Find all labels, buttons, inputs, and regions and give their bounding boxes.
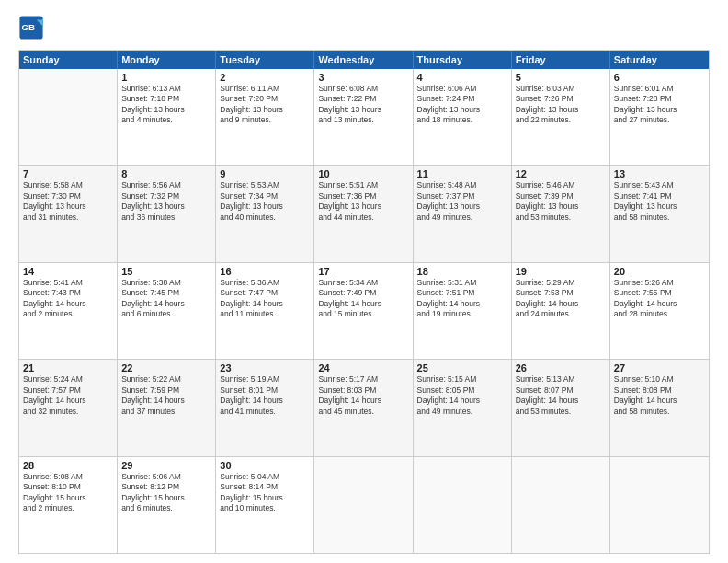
cell-line: and 49 minutes. <box>417 213 507 223</box>
cell-line: Sunrise: 5:04 AM <box>220 472 310 482</box>
day-cell-22: 22Sunrise: 5:22 AMSunset: 7:59 PMDayligh… <box>118 360 216 455</box>
cell-line: Sunrise: 6:11 AM <box>220 84 310 94</box>
weekday-header-saturday: Saturday <box>610 51 709 69</box>
cell-line: Sunrise: 5:22 AM <box>121 374 211 385</box>
cell-line: Sunrise: 6:08 AM <box>318 84 408 94</box>
svg-text:GB: GB <box>22 22 36 32</box>
day-cell-17: 17Sunrise: 5:34 AMSunset: 7:49 PMDayligh… <box>314 263 413 359</box>
cell-line: and 58 minutes. <box>614 407 705 417</box>
weekday-header-monday: Monday <box>118 51 216 69</box>
cell-line: and 53 minutes. <box>516 213 606 223</box>
cell-line: Daylight: 15 hours <box>220 493 310 503</box>
cell-line: Sunrise: 5:13 AM <box>516 374 606 385</box>
cell-line: and 53 minutes. <box>516 407 606 417</box>
cell-line: and 11 minutes. <box>220 309 310 319</box>
cell-line: Sunrise: 5:08 AM <box>23 472 113 482</box>
day-cell-16: 16Sunrise: 5:36 AMSunset: 7:47 PMDayligh… <box>216 263 314 359</box>
cell-line: Sunrise: 5:15 AM <box>417 374 507 385</box>
day-number: 21 <box>23 362 113 373</box>
cell-line: Daylight: 14 hours <box>23 299 113 309</box>
cell-line: Sunrise: 5:36 AM <box>220 278 310 288</box>
cell-line: Sunset: 7:32 PM <box>121 191 211 201</box>
cell-line: Sunset: 7:47 PM <box>220 288 310 298</box>
cell-line: Sunset: 8:10 PM <box>23 482 113 492</box>
logo: GB <box>18 15 48 40</box>
cell-line: Sunset: 7:39 PM <box>516 191 606 201</box>
cell-line: Sunset: 8:12 PM <box>121 482 211 492</box>
day-number: 24 <box>318 362 408 373</box>
cell-line: Sunset: 7:49 PM <box>318 288 408 298</box>
empty-cell-4-4 <box>414 457 512 553</box>
cell-line: Sunset: 7:55 PM <box>614 288 705 298</box>
empty-cell-4-5 <box>512 457 610 553</box>
cell-line: Sunset: 8:05 PM <box>417 385 507 396</box>
day-cell-19: 19Sunrise: 5:29 AMSunset: 7:53 PMDayligh… <box>512 263 610 359</box>
cell-line: Daylight: 13 hours <box>417 105 507 115</box>
cell-line: Sunset: 7:20 PM <box>220 94 310 104</box>
cell-line: Sunrise: 5:34 AM <box>318 278 408 288</box>
cell-line: Sunrise: 5:24 AM <box>23 374 113 385</box>
cell-line: Sunrise: 5:29 AM <box>516 278 606 288</box>
day-number: 10 <box>318 168 408 179</box>
cell-line: Sunrise: 5:19 AM <box>220 374 310 385</box>
cell-line: Daylight: 14 hours <box>318 396 408 406</box>
cell-line: Sunrise: 5:26 AM <box>614 278 705 288</box>
cell-line: Daylight: 13 hours <box>220 105 310 115</box>
day-cell-15: 15Sunrise: 5:38 AMSunset: 7:45 PMDayligh… <box>118 263 216 359</box>
day-number: 18 <box>417 266 507 277</box>
day-cell-30: 30Sunrise: 5:04 AMSunset: 8:14 PMDayligh… <box>216 457 314 553</box>
calendar-header: SundayMondayTuesdayWednesdayThursdayFrid… <box>19 51 709 69</box>
weekday-header-wednesday: Wednesday <box>314 51 413 69</box>
day-cell-9: 9Sunrise: 5:53 AMSunset: 7:34 PMDaylight… <box>216 166 314 261</box>
cell-line: Daylight: 13 hours <box>121 105 211 115</box>
calendar-row-0: 1Sunrise: 6:13 AMSunset: 7:18 PMDaylight… <box>19 69 709 166</box>
cell-line: Daylight: 13 hours <box>318 105 408 115</box>
cell-line: and 18 minutes. <box>417 115 507 125</box>
cell-line: and 15 minutes. <box>318 309 408 319</box>
cell-line: Sunset: 7:51 PM <box>417 288 507 298</box>
day-cell-26: 26Sunrise: 5:13 AMSunset: 8:07 PMDayligh… <box>512 360 610 455</box>
day-cell-12: 12Sunrise: 5:46 AMSunset: 7:39 PMDayligh… <box>512 166 610 261</box>
calendar-row-1: 7Sunrise: 5:58 AMSunset: 7:30 PMDaylight… <box>19 166 709 262</box>
day-number: 28 <box>23 460 113 471</box>
day-cell-24: 24Sunrise: 5:17 AMSunset: 8:03 PMDayligh… <box>314 360 413 455</box>
cell-line: Sunrise: 6:06 AM <box>417 84 507 94</box>
day-number: 2 <box>220 72 310 83</box>
cell-line: Sunrise: 5:56 AM <box>121 180 211 190</box>
day-number: 11 <box>417 168 507 179</box>
cell-line: Sunset: 8:14 PM <box>220 482 310 492</box>
cell-line: Sunset: 7:22 PM <box>318 94 408 104</box>
cell-line: and 19 minutes. <box>417 309 507 319</box>
calendar-row-2: 14Sunrise: 5:41 AMSunset: 7:43 PMDayligh… <box>19 263 709 360</box>
day-number: 5 <box>516 72 606 83</box>
day-cell-3: 3Sunrise: 6:08 AMSunset: 7:22 PMDaylight… <box>314 69 413 165</box>
day-number: 6 <box>614 72 705 83</box>
cell-line: Sunset: 7:45 PM <box>121 288 211 298</box>
day-number: 30 <box>220 460 310 471</box>
day-cell-5: 5Sunrise: 6:03 AMSunset: 7:26 PMDaylight… <box>512 69 610 165</box>
day-cell-20: 20Sunrise: 5:26 AMSunset: 7:55 PMDayligh… <box>610 263 709 359</box>
cell-line: and 49 minutes. <box>417 407 507 417</box>
cell-line: Sunset: 7:26 PM <box>516 94 606 104</box>
cell-line: Daylight: 13 hours <box>614 201 705 212</box>
page: GB SundayMondayTuesdayWednesdayThursdayF… <box>0 0 728 563</box>
day-number: 13 <box>614 168 705 179</box>
day-cell-21: 21Sunrise: 5:24 AMSunset: 7:57 PMDayligh… <box>19 360 118 455</box>
cell-line: Daylight: 15 hours <box>23 493 113 503</box>
cell-line: Sunset: 7:30 PM <box>23 191 113 201</box>
day-number: 20 <box>614 266 705 277</box>
cell-line: Daylight: 14 hours <box>220 299 310 309</box>
calendar-row-3: 21Sunrise: 5:24 AMSunset: 7:57 PMDayligh… <box>19 360 709 456</box>
cell-line: Sunset: 8:08 PM <box>614 385 705 396</box>
cell-line: Daylight: 13 hours <box>318 201 408 212</box>
calendar-body: 1Sunrise: 6:13 AMSunset: 7:18 PMDaylight… <box>19 69 709 553</box>
cell-line: Sunrise: 5:17 AM <box>318 374 408 385</box>
day-cell-18: 18Sunrise: 5:31 AMSunset: 7:51 PMDayligh… <box>414 263 512 359</box>
cell-line: Sunset: 7:24 PM <box>417 94 507 104</box>
cell-line: and 37 minutes. <box>121 407 211 417</box>
cell-line: Sunset: 7:36 PM <box>318 191 408 201</box>
cell-line: Daylight: 13 hours <box>417 201 507 212</box>
cell-line: Sunrise: 5:46 AM <box>516 180 606 190</box>
day-number: 29 <box>121 460 211 471</box>
cell-line: Daylight: 14 hours <box>614 299 705 309</box>
